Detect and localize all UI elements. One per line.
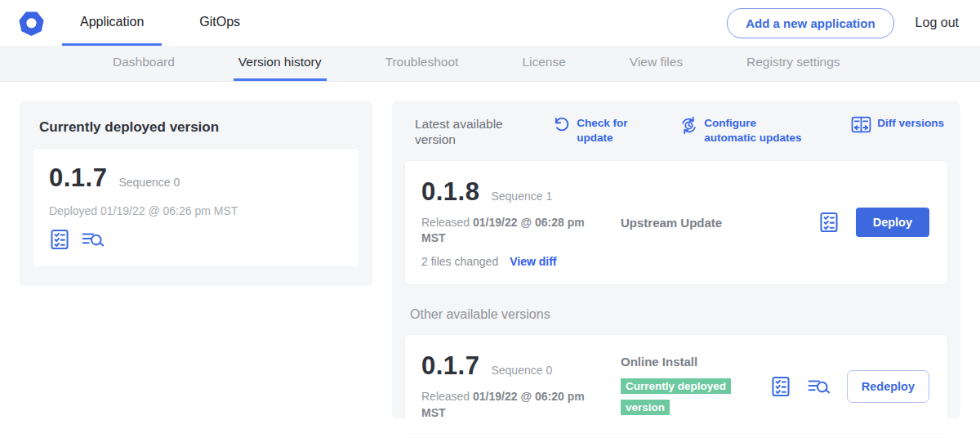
app-logo[interactable] bbox=[0, 0, 62, 46]
subnav-tab-dashboard[interactable]: Dashboard bbox=[108, 46, 180, 81]
current-version-deployed-date: Deployed 01/19/22 @ 06:26 pm MST bbox=[49, 204, 343, 217]
check-for-update-action[interactable]: Check for update bbox=[553, 116, 637, 145]
latest-version-sequence: Sequence 1 bbox=[491, 190, 552, 203]
view-logs-icon[interactable] bbox=[82, 229, 105, 250]
redeploy-button[interactable]: Redeploy bbox=[847, 370, 929, 403]
latest-version-number: 0.1.8 bbox=[421, 177, 479, 207]
latest-version-card: 0.1.8 Sequence 1 Released 01/19/22 @ 06:… bbox=[405, 161, 947, 284]
top-header: Application GitOps Add a new application… bbox=[0, 0, 980, 46]
logo-heptagon-icon bbox=[18, 10, 45, 37]
other-version-source: Online Install bbox=[621, 355, 770, 369]
version-actions: Check for update Configure automatic upd… bbox=[553, 116, 947, 145]
schedule-update-icon bbox=[679, 116, 698, 135]
other-available-versions-header: Other available versions bbox=[410, 307, 947, 322]
latest-available-header: Latest available version Check for updat… bbox=[405, 114, 947, 148]
configure-automatic-updates-label: Configure automatic updates bbox=[704, 116, 808, 145]
diff-versions-action[interactable]: Diff versions bbox=[851, 116, 944, 133]
subnav-tab-version-history[interactable]: Version history bbox=[234, 46, 327, 81]
current-version-card: 0.1.7 Sequence 0 Deployed 01/19/22 @ 06:… bbox=[33, 149, 359, 266]
diff-icon bbox=[851, 116, 871, 133]
tab-gitops[interactable]: GitOps bbox=[181, 0, 258, 46]
header-right: Add a new application Log out bbox=[727, 0, 980, 46]
main-content: Currently deployed version 0.1.7 Sequenc… bbox=[0, 82, 980, 438]
header-tabs: Application GitOps bbox=[62, 0, 258, 46]
tab-application[interactable]: Application bbox=[62, 0, 162, 46]
latest-available-title: Latest available version bbox=[415, 116, 521, 148]
latest-version-released: Released 01/19/22 @ 06:28 pm MST bbox=[421, 215, 593, 247]
diff-versions-label: Diff versions bbox=[877, 116, 944, 131]
add-new-application-button[interactable]: Add a new application bbox=[727, 8, 893, 38]
currently-deployed-panel: Currently deployed version 0.1.7 Sequenc… bbox=[20, 101, 372, 286]
check-for-update-label: Check for update bbox=[577, 116, 637, 145]
subnav-tab-view-files[interactable]: View files bbox=[625, 46, 688, 81]
subnav-tab-registry-settings[interactable]: Registry settings bbox=[742, 46, 845, 81]
preflight-checks-icon[interactable] bbox=[818, 212, 840, 233]
current-version-sequence: Sequence 0 bbox=[118, 176, 180, 189]
current-version-number: 0.1.7 bbox=[49, 163, 107, 193]
other-version-sequence: Sequence 0 bbox=[491, 364, 552, 377]
refresh-icon bbox=[553, 116, 571, 134]
other-version-released: Released 01/19/22 @ 06:20 pm MST bbox=[421, 389, 593, 421]
logout-link[interactable]: Log out bbox=[915, 16, 959, 30]
version-history-panel: Latest available version Check for updat… bbox=[392, 101, 960, 418]
subnav-tab-license[interactable]: License bbox=[517, 46, 570, 81]
configure-automatic-updates-action[interactable]: Configure automatic updates bbox=[679, 116, 808, 145]
currently-deployed-badge: Currently deployed version bbox=[621, 378, 731, 415]
other-version-card: 0.1.7 Sequence 0 Released 01/19/22 @ 06:… bbox=[405, 335, 947, 437]
subnav-tab-troubleshoot[interactable]: Troubleshoot bbox=[381, 46, 464, 81]
latest-version-source: Upstream Update bbox=[621, 216, 818, 230]
other-version-number: 0.1.7 bbox=[421, 351, 479, 381]
app-subnav: Dashboard Version history Troubleshoot L… bbox=[0, 46, 980, 82]
view-diff-link[interactable]: View diff bbox=[510, 255, 556, 268]
currently-deployed-title: Currently deployed version bbox=[39, 119, 359, 136]
view-logs-icon[interactable] bbox=[808, 376, 831, 397]
preflight-checks-icon[interactable] bbox=[49, 229, 70, 250]
files-changed-label: 2 files changed bbox=[421, 255, 498, 268]
preflight-checks-icon[interactable] bbox=[770, 376, 791, 397]
deploy-button[interactable]: Deploy bbox=[856, 208, 929, 237]
